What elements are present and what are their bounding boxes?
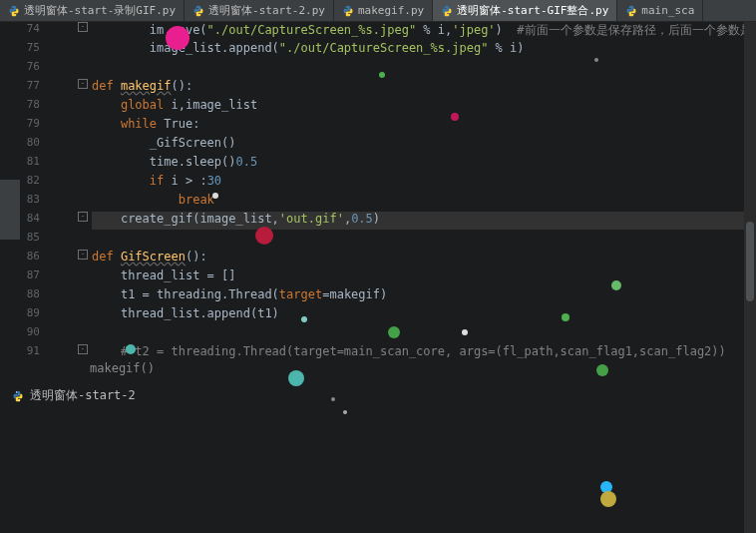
- code-line[interactable]: def GifScreen():: [92, 250, 207, 264]
- particle-dot: [212, 193, 218, 199]
- editor-tab[interactable]: 透明窗体-start-录制GIF.py: [0, 0, 185, 21]
- bottom-editor-tab[interactable]: 透明窗体-start-2: [12, 387, 136, 404]
- code-line[interactable]: break: [92, 193, 214, 207]
- tab-label: 透明窗体-start-录制GIF.py: [24, 3, 176, 18]
- editor-tab-bar: 透明窗体-start-录制GIF.py透明窗体-start-2.pymakegi…: [0, 0, 756, 22]
- tab-label: 透明窗体-start-GIF整合.py: [457, 3, 608, 18]
- code-line[interactable]: global i,image_list: [92, 98, 257, 112]
- particle-dot: [600, 491, 616, 507]
- line-number: 86: [0, 250, 40, 263]
- particle-dot: [562, 313, 569, 321]
- particle-dot: [462, 329, 468, 335]
- code-line[interactable]: t1 = threading.Thread(target=makegif): [92, 287, 387, 301]
- tab-label: makegif.py: [358, 4, 424, 17]
- python-icon: [625, 5, 637, 17]
- line-number: 83: [0, 193, 40, 206]
- fold-toggle-icon[interactable]: -: [78, 344, 88, 354]
- editor-tab[interactable]: 透明窗体-start-GIF整合.py: [433, 0, 617, 21]
- editor-tab[interactable]: 透明窗体-start-2.py: [185, 0, 334, 21]
- particle-dot: [379, 72, 385, 78]
- code-line[interactable]: thread_list = []: [92, 268, 236, 282]
- line-number: 89: [0, 306, 40, 319]
- editor-tab[interactable]: main_sca: [617, 0, 703, 21]
- line-number: 78: [0, 98, 40, 111]
- vertical-scrollbar[interactable]: [744, 22, 756, 533]
- fold-toggle-icon[interactable]: -: [78, 22, 88, 32]
- particle-dot: [611, 280, 621, 290]
- line-number: 76: [0, 60, 40, 73]
- svg-point-1: [19, 399, 20, 400]
- code-line[interactable]: # t2 = threading.Thread(target=main_scan…: [92, 344, 726, 358]
- python-icon: [342, 5, 354, 17]
- line-number: 77: [0, 79, 40, 92]
- particle-dot: [331, 397, 335, 401]
- fold-toggle-icon[interactable]: -: [78, 79, 88, 89]
- particle-dot: [596, 364, 608, 376]
- bottom-tab-label: 透明窗体-start-2: [30, 387, 136, 404]
- python-icon: [12, 390, 24, 402]
- particle-dot: [166, 26, 189, 50]
- particle-dot: [301, 316, 307, 322]
- breadcrumb[interactable]: makegif(): [90, 361, 155, 375]
- scrollbar-thumb[interactable]: [746, 222, 754, 301]
- code-line[interactable]: _GifScreen(): [92, 136, 236, 150]
- python-icon: [192, 5, 204, 17]
- tab-label: main_sca: [641, 4, 694, 17]
- line-number: 81: [0, 155, 40, 168]
- fold-toggle-icon[interactable]: -: [78, 212, 88, 222]
- code-line[interactable]: create_gif(image_list,'out.gif',0.5): [92, 212, 380, 226]
- code-line[interactable]: image_list.append("./out/CaptureScreen_%…: [92, 41, 524, 55]
- particle-dot: [255, 227, 273, 245]
- particle-dot: [451, 113, 459, 121]
- line-number: 75: [0, 41, 40, 54]
- tab-label: 透明窗体-start-2.py: [208, 3, 325, 18]
- line-number: 87: [0, 268, 40, 281]
- code-line[interactable]: if i > :30: [92, 174, 221, 188]
- particle-dot: [126, 344, 136, 354]
- particle-dot: [594, 58, 598, 62]
- code-line[interactable]: thread_list.append(t1): [92, 306, 279, 320]
- fold-toggle-icon[interactable]: -: [78, 250, 88, 260]
- line-number: 79: [0, 117, 40, 130]
- code-line[interactable]: time.sleep()0.5: [92, 155, 257, 169]
- line-number: 84: [0, 212, 40, 225]
- particle-dot: [343, 410, 347, 414]
- code-line[interactable]: im.save("./out/CaptureScreen_%s.jpeg" % …: [92, 22, 756, 39]
- python-icon: [8, 5, 20, 17]
- line-number: 88: [0, 287, 40, 300]
- line-number: 80: [0, 136, 40, 149]
- code-line[interactable]: def makegif():: [92, 79, 192, 93]
- code-line[interactable]: while True:: [92, 117, 199, 131]
- svg-point-0: [16, 391, 17, 392]
- particle-dot: [288, 370, 304, 386]
- line-number: 85: [0, 231, 40, 244]
- line-number: 74: [0, 22, 40, 35]
- line-number: 91: [0, 344, 40, 357]
- particle-dot: [388, 326, 400, 338]
- python-icon: [441, 5, 453, 17]
- line-number: 82: [0, 174, 40, 187]
- line-number: 90: [0, 325, 40, 338]
- editor-tab[interactable]: makegif.py: [334, 0, 433, 21]
